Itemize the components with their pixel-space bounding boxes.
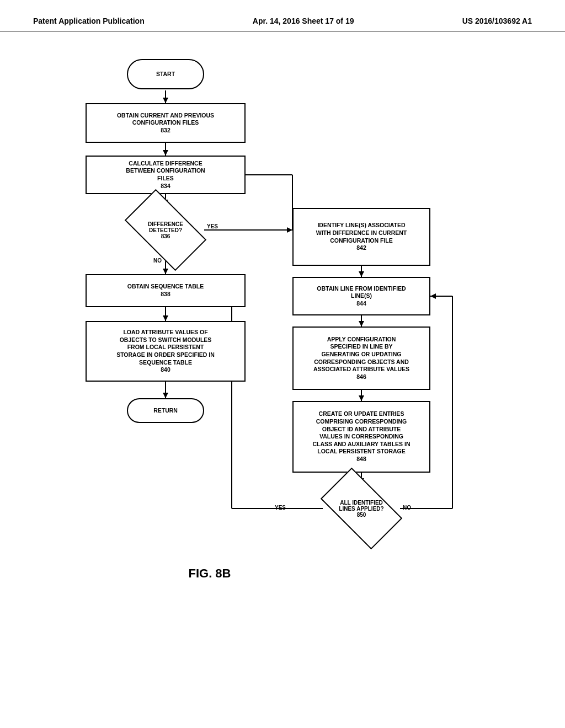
box-834: CALCULATE DIFFERENCE BETWEEN CONFIGURATI… (86, 156, 246, 194)
return-node: RETURN (127, 398, 204, 423)
figure-label: FIG. 8B (154, 566, 265, 581)
box834-label: CALCULATE DIFFERENCE BETWEEN CONFIGURATI… (126, 160, 205, 190)
svg-marker-13 (163, 393, 168, 398)
diamond850-label: ALL IDENTIFIED LINES APPLIED? 850 (339, 500, 383, 518)
box832-label: OBTAIN CURRENT AND PREVIOUS CONFIGURATIO… (117, 112, 214, 135)
box848-label: CREATE OR UPDATE ENTRIES COMPRISING CORR… (313, 410, 411, 463)
start-label: START (156, 71, 175, 78)
yes-850-label: YES (275, 505, 286, 511)
start-node: START (127, 59, 204, 89)
no-836-label: NO (153, 258, 162, 264)
box-842: IDENTIFY LINE(S) ASSOCIATED WITH DIFFERE… (292, 208, 430, 266)
diamond-850: ALL IDENTIFIED LINES APPLIED? 850 (323, 484, 400, 533)
box-846: APPLY CONFIGURATION SPECIFIED IN LINE BY… (292, 326, 430, 390)
svg-marker-29 (430, 293, 436, 299)
box-838: OBTAIN SEQUENCE TABLE 838 (86, 274, 246, 307)
svg-marker-11 (163, 315, 168, 321)
header-right: US 2016/103692 A1 (462, 17, 532, 25)
svg-marker-17 (359, 321, 364, 326)
box-840: LOAD ATTRIBUTE VALUES OF OBJECTS TO SWIT… (86, 321, 246, 382)
diagram-area: START OBTAIN CURRENT AND PREVIOUS CONFIG… (0, 37, 565, 688)
page-header: Patent Application Publication Apr. 14, … (0, 0, 565, 31)
header-center: Apr. 14, 2016 Sheet 17 of 19 (253, 17, 354, 25)
svg-marker-7 (287, 227, 292, 233)
return-label: RETURN (153, 407, 178, 415)
svg-marker-9 (163, 269, 168, 274)
box-844: OBTAIN LINE FROM IDENTIFIED LINE(S) 844 (292, 277, 430, 315)
diamond-836: DIFFERENCE DETECTED? 836 (116, 205, 215, 255)
box-848: CREATE OR UPDATE ENTRIES COMPRISING CORR… (292, 401, 430, 473)
svg-marker-15 (359, 271, 364, 277)
box842-label: IDENTIFY LINE(S) ASSOCIATED WITH DIFFERE… (316, 222, 407, 252)
box-832: OBTAIN CURRENT AND PREVIOUS CONFIGURATIO… (86, 103, 246, 143)
svg-marker-1 (163, 98, 168, 103)
box846-label: APPLY CONFIGURATION SPECIFIED IN LINE BY… (313, 336, 409, 381)
svg-marker-19 (359, 395, 364, 401)
svg-marker-3 (163, 150, 168, 156)
no-850-label: NO (403, 505, 411, 511)
box840-label: LOAD ATTRIBUTE VALUES OF OBJECTS TO SWIT… (116, 329, 215, 374)
box844-label: OBTAIN LINE FROM IDENTIFIED LINE(S) 844 (317, 285, 406, 308)
arrows-svg (0, 37, 565, 688)
box838-label: OBTAIN SEQUENCE TABLE 838 (127, 283, 204, 298)
header-left: Patent Application Publication (33, 17, 145, 25)
diamond836-label: DIFFERENCE DETECTED? 836 (148, 221, 183, 239)
